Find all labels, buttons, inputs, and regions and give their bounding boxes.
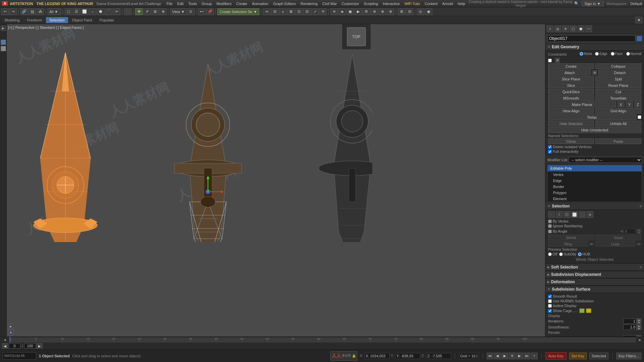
- ring-button[interactable]: Ring: [548, 241, 588, 247]
- constraint-edge-radio[interactable]: [595, 52, 599, 56]
- sign-in-button[interactable]: Sign In ▼: [582, 1, 604, 6]
- preview-off-radio[interactable]: [548, 252, 552, 256]
- render-tools3-button[interactable]: ⊕: [379, 8, 386, 15]
- create-selection-set-button[interactable]: Create Selection Se ▼: [217, 8, 260, 15]
- timeline-current-frame[interactable]: [9, 343, 20, 349]
- show-cage-label[interactable]: Show Cage......: [548, 309, 578, 313]
- render-prod-button[interactable]: ▶: [355, 8, 362, 15]
- subdivision-displacement-header[interactable]: ▶ Subdivision Displacement: [545, 271, 644, 278]
- constraint-normal[interactable]: Normal: [626, 52, 641, 56]
- select-placement-button[interactable]: ⊕: [159, 8, 167, 15]
- use-nurms-checkbox[interactable]: [548, 299, 552, 303]
- modifier-editable-poly[interactable]: Editable Poly: [548, 165, 642, 172]
- by-angle-input[interactable]: [619, 229, 635, 234]
- make-planar-button[interactable]: Make Planar: [548, 102, 616, 107]
- render-tools2-button[interactable]: ⊛: [371, 8, 378, 15]
- constraint-edge[interactable]: Edge: [595, 52, 610, 56]
- sel-element-icon[interactable]: ⬛: [579, 211, 586, 218]
- preserve-uvs-label[interactable]: [548, 59, 553, 62]
- layer-manager-button[interactable]: ≋: [330, 8, 338, 15]
- y-button[interactable]: Y: [626, 102, 633, 107]
- paste-button[interactable]: Paste: [595, 138, 641, 144]
- render-frame-button[interactable]: ▣: [346, 8, 354, 15]
- constraint-none-radio[interactable]: [580, 52, 583, 56]
- object-color-swatch[interactable]: [637, 36, 642, 41]
- full-interactivity-checkbox[interactable]: [548, 150, 552, 154]
- menu-animation[interactable]: Animation: [250, 1, 270, 6]
- selection-header[interactable]: ▼ Selection ✕: [545, 203, 644, 210]
- mode-object-paint[interactable]: Object Paint: [69, 17, 96, 23]
- object-name-input[interactable]: [547, 35, 635, 42]
- align-button[interactable]: ⊟: [271, 8, 278, 15]
- menu-group[interactable]: Group: [200, 1, 214, 6]
- pb-prev-frame-btn[interactable]: ◀: [494, 353, 501, 359]
- modifier-list-dropdown[interactable]: -- select modifier --: [569, 157, 642, 163]
- constraint-face[interactable]: Face: [611, 52, 626, 56]
- select-object-button[interactable]: ◻: [65, 8, 72, 15]
- preview-off-label[interactable]: Off: [548, 252, 557, 256]
- menu-scripting[interactable]: Scripting: [362, 1, 380, 6]
- grow-button[interactable]: Grow: [595, 235, 641, 240]
- pb-go-start-btn[interactable]: ⏮: [487, 353, 493, 359]
- sel-border-icon[interactable]: ⬡: [564, 211, 570, 218]
- sel-polygon-icon[interactable]: ⬜: [571, 211, 578, 218]
- modifier-polygon[interactable]: Polygon: [548, 190, 642, 196]
- split-button[interactable]: Split: [595, 76, 641, 82]
- paint-deformation-header[interactable]: ▶ Deformation: [545, 279, 644, 286]
- create-button[interactable]: Create: [548, 63, 594, 69]
- timeline-frame-left-btn[interactable]: ◀: [2, 343, 8, 349]
- x-button[interactable]: X: [618, 102, 625, 107]
- view-align-button[interactable]: View Align: [548, 108, 594, 114]
- menu-graph-editors[interactable]: Graph Editors: [271, 1, 298, 6]
- menu-file[interactable]: File: [165, 1, 175, 6]
- menu-wip[interactable]: WIP-Tuto: [402, 1, 422, 6]
- timeline-track[interactable]: ◀ 05101520253035404550556065707580859095…: [0, 337, 644, 343]
- mode-options-button[interactable]: ▼: [635, 17, 643, 23]
- attach-settings[interactable]: ⚙: [592, 70, 597, 75]
- slice-button[interactable]: Slice: [548, 82, 594, 88]
- constraint-face-radio[interactable]: [611, 52, 614, 56]
- pb-next-frame-btn[interactable]: ▶: [516, 353, 523, 359]
- modifier-edge[interactable]: Edge: [548, 178, 642, 184]
- select-link-button[interactable]: 🔗: [20, 8, 28, 15]
- soft-selection-header[interactable]: ▶ Soft Selection ✕: [545, 264, 644, 271]
- rect-select-button[interactable]: ⬜: [81, 8, 88, 15]
- timeline-frame-right-btn[interactable]: ▶: [37, 343, 43, 349]
- color-swatch-1[interactable]: [1, 40, 6, 45]
- by-vertex-checkbox[interactable]: [548, 220, 552, 223]
- modifier-element[interactable]: Element: [548, 196, 642, 202]
- shape-tab-button[interactable]: ⬟: [578, 25, 584, 32]
- cage-swatch-yellow[interactable]: [586, 308, 591, 313]
- detach-button[interactable]: Detach: [598, 70, 641, 75]
- x-coord-input[interactable]: [364, 353, 389, 359]
- script-tool2[interactable]: ◉: [425, 8, 432, 15]
- select-by-name-button[interactable]: ☰: [73, 8, 80, 15]
- menu-edit[interactable]: Edit: [175, 1, 185, 6]
- preview-subobj-radio[interactable]: [559, 252, 563, 256]
- msmooth-button[interactable]: MSmooth: [548, 95, 594, 101]
- bind-space-warp-button[interactable]: ⁂: [37, 8, 44, 15]
- collapse-button[interactable]: Collapse: [595, 63, 641, 69]
- menu-civil-war[interactable]: Civil War: [320, 1, 339, 6]
- unlink-button[interactable]: ⛓: [29, 8, 36, 15]
- reset-plane-button[interactable]: Reset Plane: [595, 82, 641, 88]
- rendering-settings-button[interactable]: ◈: [338, 8, 346, 15]
- render-iter-up[interactable]: ▲: [637, 335, 641, 337]
- mini-stop-button[interactable]: ■: [8, 330, 13, 335]
- relax-checkbox[interactable]: [638, 115, 641, 119]
- color-swatch-2[interactable]: [1, 46, 6, 51]
- unhide-all-button[interactable]: Unhide All: [595, 121, 641, 126]
- modifier-border[interactable]: Border: [548, 184, 642, 190]
- maxscript-mini[interactable]: MAXScript Mi: [3, 352, 36, 360]
- toggle3-button[interactable]: ⊟: [303, 8, 311, 15]
- pb-pause-btn[interactable]: ⏸: [509, 353, 516, 359]
- isoline-display-checkbox[interactable]: [548, 304, 552, 308]
- toggle2-button[interactable]: ⊡: [295, 8, 303, 15]
- mode-modeling[interactable]: Modeling: [1, 17, 23, 23]
- loop-spinner[interactable]: ▲: [637, 243, 641, 245]
- menu-content[interactable]: Content: [423, 1, 440, 6]
- toggle4-button[interactable]: ⤢: [311, 8, 319, 15]
- sel-stack-icon[interactable]: ≡: [587, 211, 593, 218]
- loop-button[interactable]: Loop: [595, 241, 635, 247]
- preview-subobj-label[interactable]: SubObj: [559, 252, 576, 256]
